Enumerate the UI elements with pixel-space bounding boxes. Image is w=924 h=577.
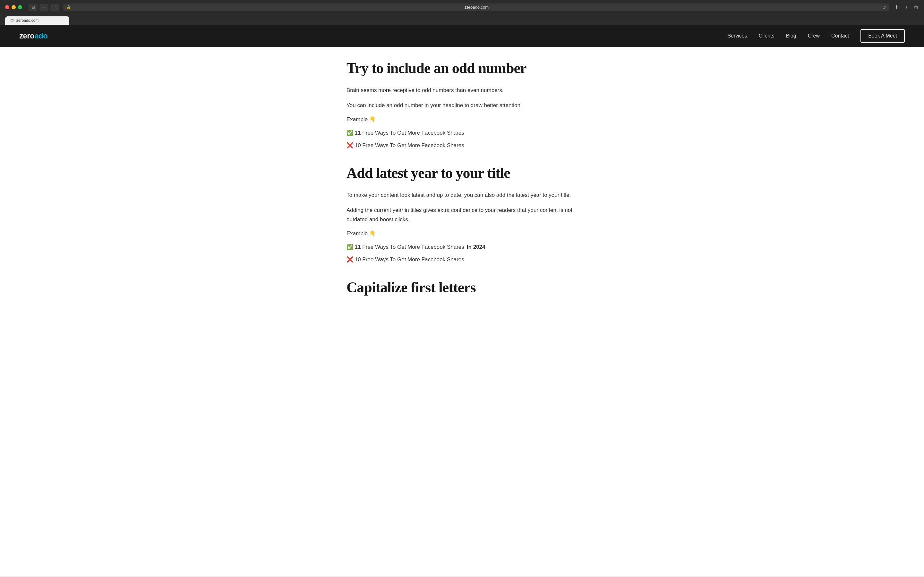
nav-services[interactable]: Services	[727, 33, 747, 39]
share-button[interactable]: ⬆	[893, 3, 900, 11]
browser-action-buttons: ⬆ ＋ ⧉	[893, 3, 919, 11]
new-tab-button[interactable]: ＋	[903, 3, 910, 11]
nav-crew[interactable]: Crew	[808, 33, 820, 39]
browser-nav-controls: ⊞ ‹ ›	[29, 4, 59, 11]
latest-year-para2: Adding the current year in titles gives …	[347, 206, 577, 224]
browser-chrome: ⊞ ‹ › 🔒 ↺ ⬆ ＋ ⧉ 🛡 zeroado.com	[0, 0, 924, 25]
page-content: Try to include an odd number Brain seems…	[337, 47, 587, 324]
lock-icon: 🔒	[66, 5, 71, 9]
latest-year-good-example-bold: In 2024	[467, 243, 485, 252]
logo-zero: zero	[19, 31, 34, 40]
navbar: zeroado Services Clients Blog Crew Conta…	[0, 25, 924, 47]
address-bar[interactable]	[73, 5, 880, 10]
tabs-button[interactable]: ⧉	[913, 4, 919, 11]
reload-button[interactable]: ↺	[882, 5, 886, 10]
tab-label: zeroado.com	[16, 18, 39, 23]
tab-favicon: 🛡	[10, 19, 14, 23]
website: zeroado Services Clients Blog Crew Conta…	[0, 25, 924, 576]
latest-year-heading: Add latest year to your title	[347, 165, 577, 182]
latest-year-section: Add latest year to your title To make yo…	[347, 165, 577, 264]
browser-tabs: 🛡 zeroado.com	[5, 15, 919, 25]
minimize-button[interactable]	[11, 5, 16, 9]
nav-clients[interactable]: Clients	[759, 33, 774, 39]
latest-year-para1: To make your content look latest and up …	[347, 191, 577, 200]
nav-contact[interactable]: Contact	[831, 33, 849, 39]
odd-number-bad-example: ❌ 10 Free Ways To Get More Facebook Shar…	[347, 141, 577, 150]
capitalize-section: Capitalize first letters	[347, 279, 577, 296]
odd-number-para1: Brain seems more receptive to odd number…	[347, 86, 577, 95]
latest-year-bad-example: ❌ 10 Free Ways To Get More Facebook Shar…	[347, 255, 577, 264]
browser-titlebar: ⊞ ‹ › 🔒 ↺ ⬆ ＋ ⧉	[5, 3, 919, 11]
traffic-lights	[5, 5, 22, 9]
odd-number-heading: Try to include an odd number	[347, 60, 577, 77]
logo[interactable]: zeroado	[19, 31, 48, 40]
nav-links: Services Clients Blog Crew Contact Book …	[727, 29, 905, 43]
active-tab[interactable]: 🛡 zeroado.com	[5, 16, 69, 25]
back-button[interactable]: ‹	[39, 4, 48, 11]
maximize-button[interactable]	[18, 5, 22, 9]
book-meet-button[interactable]: Book A Meet	[861, 29, 905, 43]
capitalize-heading: Capitalize first letters	[347, 279, 577, 296]
latest-year-good-example: ✅ 11 Free Ways To Get More Facebook Shar…	[347, 243, 577, 252]
nav-blog[interactable]: Blog	[786, 33, 796, 39]
latest-year-good-example-prefix: ✅ 11 Free Ways To Get More Facebook Shar…	[347, 243, 464, 252]
odd-number-para2: You can include an odd number in your he…	[347, 101, 577, 110]
odd-number-example-label: Example 👇	[347, 116, 577, 123]
close-button[interactable]	[5, 5, 9, 9]
latest-year-example-label: Example 👇	[347, 230, 577, 237]
logo-ado: ado	[34, 31, 47, 40]
odd-number-good-example: ✅ 11 Free Ways To Get More Facebook Shar…	[347, 129, 577, 138]
forward-button[interactable]: ›	[50, 4, 59, 11]
sidebar-toggle-button[interactable]: ⊞	[29, 4, 37, 11]
address-bar-container: 🔒 ↺	[63, 3, 889, 11]
